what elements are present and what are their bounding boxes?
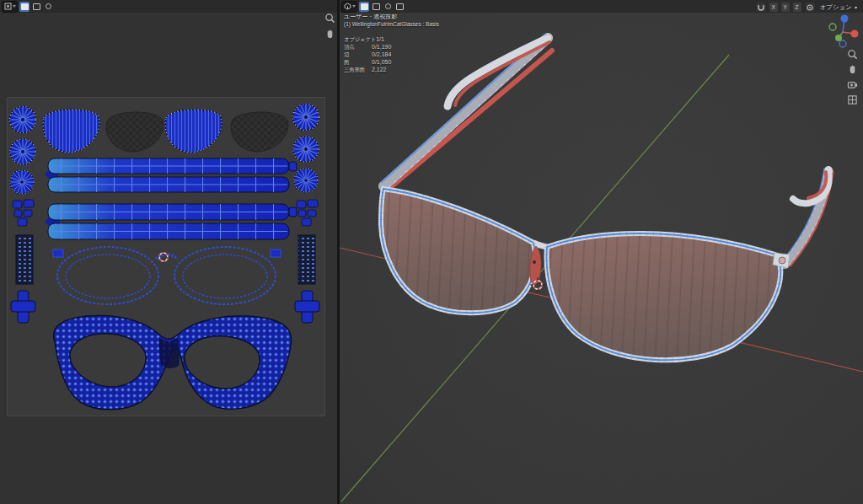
- image-mode-button[interactable]: [19, 2, 29, 12]
- editor-type-uv-button[interactable]: [2, 1, 18, 13]
- uv-island-lens-selected-1[interactable]: [43, 110, 99, 153]
- ortho-icon[interactable]: [847, 94, 858, 105]
- uv-island-t-left[interactable]: [11, 291, 35, 323]
- proportional-circle-icon: [807, 4, 813, 11]
- browse-button[interactable]: [43, 2, 53, 12]
- stat-row: 面 0/1,050: [344, 58, 439, 66]
- uv-2d-cursor: [157, 250, 170, 264]
- editor-type-3d-button[interactable]: [341, 1, 357, 13]
- overlay-icon: [396, 3, 404, 10]
- options-label: オプション: [820, 3, 852, 12]
- app-window: X Y Z オプション ▾ ユーザー・透視投影 (1) WellingtonFu…: [0, 0, 863, 504]
- uv-image-editor[interactable]: [0, 0, 337, 504]
- magnet-icon: [758, 4, 764, 11]
- glasses-model[interactable]: [381, 34, 832, 360]
- menu-icon: [46, 3, 51, 9]
- stat-row: 辺 0/2,184: [344, 51, 439, 58]
- chevron-down-icon: ▾: [855, 4, 857, 10]
- chevron-down-icon: [352, 5, 356, 8]
- uv-island-cap-wheels-right[interactable]: [293, 105, 319, 192]
- editor-type-uv-icon: [4, 3, 12, 10]
- camera-icon[interactable]: [847, 79, 858, 90]
- uv-island-lens-unselected-2[interactable]: [231, 112, 288, 152]
- uv-canvas[interactable]: [7, 97, 325, 416]
- select-icon: [373, 3, 380, 10]
- stat-row: 頂点 0/1,190: [344, 43, 439, 51]
- symmetry-x-button[interactable]: X: [769, 2, 779, 13]
- scene-statistics: オブジェクト 1/1 頂点 0/1,190 辺 0/2,184 面 0/1,05…: [344, 35, 439, 73]
- uv-island-strip-right[interactable]: [298, 235, 315, 284]
- options-dropdown[interactable]: オプション ▾: [817, 3, 860, 12]
- stat-row: 三角形面 2,122: [344, 66, 439, 73]
- 3d-scene[interactable]: [340, 0, 863, 504]
- uv-island-lens-unselected-1[interactable]: [106, 112, 163, 152]
- uv-island-hinge-bits-right[interactable]: [297, 200, 318, 226]
- chevron-down-icon: [13, 5, 16, 8]
- view-perspective-label: ユーザー・透視投影: [344, 13, 439, 20]
- pin-button[interactable]: [31, 2, 41, 12]
- tool-icon: [385, 3, 391, 9]
- zoom-icon[interactable]: [324, 13, 335, 24]
- uv-island-hinge-bits-left[interactable]: [13, 200, 34, 226]
- uv-island-lens-selected-2[interactable]: [165, 110, 222, 153]
- uv-islands[interactable]: [8, 98, 324, 416]
- active-object-label: (1) WellingtonFulrimCatGlasses : Basis: [344, 20, 439, 28]
- pin-icon: [33, 3, 40, 10]
- image-icon: [21, 3, 29, 10]
- pan-icon[interactable]: [324, 29, 335, 40]
- uv-island-t-right[interactable]: [295, 291, 319, 323]
- gizmo-y-negative[interactable]: [829, 24, 836, 30]
- uv-island-frame-front[interactable]: [54, 315, 292, 409]
- snap-button[interactable]: [755, 2, 767, 13]
- gizmo-x-axis[interactable]: [851, 30, 859, 38]
- symmetry-z-button[interactable]: Z: [792, 2, 802, 13]
- uv-island-cap-wheels-left[interactable]: [10, 107, 36, 194]
- gizmo-z-negative[interactable]: [839, 40, 846, 47]
- select-tool-button[interactable]: [371, 2, 381, 12]
- mode-icon: [361, 3, 368, 10]
- proportional-edit-button[interactable]: [804, 2, 816, 13]
- gizmo-z-axis[interactable]: [841, 15, 849, 23]
- navigation-gizmo[interactable]: [823, 12, 863, 52]
- stat-row: オブジェクト 1/1: [344, 35, 439, 43]
- uv-nav-tools: [324, 13, 335, 40]
- right-temple: [780, 169, 832, 265]
- viewport-overlay-text: ユーザー・透視投影 (1) WellingtonFulrimCatGlasses…: [344, 13, 439, 73]
- uv-island-temple-strip-2[interactable]: [45, 204, 297, 239]
- editor-type-3d-icon: [344, 3, 351, 10]
- uv-editor-header: [0, 0, 337, 13]
- zoom-icon[interactable]: [847, 49, 858, 60]
- mode-button[interactable]: [359, 2, 369, 12]
- viewport-nav-tools: [847, 49, 858, 105]
- tool-button[interactable]: [383, 2, 393, 12]
- symmetry-y-button[interactable]: Y: [780, 2, 791, 13]
- 3d-viewport[interactable]: X Y Z オプション ▾ ユーザー・透視投影 (1) WellingtonFu…: [340, 0, 863, 504]
- pan-icon[interactable]: [847, 64, 858, 75]
- gizmo-y-axis[interactable]: [835, 35, 842, 41]
- overlay-button[interactable]: [394, 2, 405, 12]
- uv-island-strip-left[interactable]: [16, 235, 33, 284]
- uv-island-temple-strip-1[interactable]: [45, 158, 297, 192]
